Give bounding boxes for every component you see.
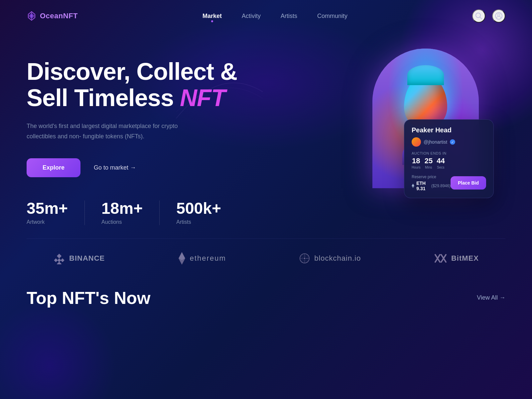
bitmex-label: BitMEX xyxy=(451,254,479,263)
auction-row: Auction Ends In 18 Hours 25 Mins xyxy=(412,151,486,169)
nav-market[interactable]: Market xyxy=(202,13,222,20)
artist-row: @jhonartist ✓ xyxy=(412,137,486,147)
auction-timer: 18 Hours 25 Mins 44 Secs xyxy=(412,157,447,169)
bitmex-icon xyxy=(434,253,447,263)
stat-artists-number: 500k+ xyxy=(176,200,221,216)
hero-stats: 35m+ Artwork 18m+ Auctions 500k+ Artists xyxy=(27,200,326,225)
partner-blockchain[interactable]: blockchain.io xyxy=(299,253,361,264)
svg-rect-14 xyxy=(57,262,62,264)
price-row: ETH 9.31 ($29.8946) xyxy=(412,181,451,191)
partner-bitmex[interactable]: BitMEX xyxy=(434,253,479,263)
stat-auctions: 18m+ Auctions xyxy=(84,200,159,225)
artist-avatar xyxy=(412,137,421,147)
logo-icon xyxy=(27,11,37,21)
timer-section: Auction Ends In 18 Hours 25 Mins xyxy=(412,151,447,169)
logo-text: OceanNFT xyxy=(40,12,78,20)
price-info: Reserve price ETH 9.31 ($29.8946) xyxy=(412,175,451,191)
market-button[interactable]: Go to market → xyxy=(94,164,136,171)
hero-subtitle: The world's first and largest digital ma… xyxy=(27,121,186,141)
hero-section: Discover, Collect & Sell Timeless NFT Th… xyxy=(0,32,532,238)
stat-artists: 500k+ Artists xyxy=(159,200,238,225)
svg-point-7 xyxy=(498,14,500,16)
binance-icon xyxy=(53,252,65,264)
auction-ends-label: Auction Ends In xyxy=(412,151,447,155)
stat-artwork-label: Artwork xyxy=(27,219,68,225)
reserve-price-section: Reserve price ETH 9.31 ($29.8946) Place … xyxy=(412,175,486,191)
stat-artists-label: Artists xyxy=(176,219,221,225)
eth-icon xyxy=(412,184,414,188)
timer-secs: 44 Secs xyxy=(437,157,445,169)
explore-button[interactable]: Explore xyxy=(27,158,80,177)
price-eth: ETH 9.31 xyxy=(416,181,428,191)
search-button[interactable] xyxy=(472,9,485,23)
partners-section: BINANCE ethereum blockchain.io xyxy=(27,238,505,278)
stat-auctions-label: Auctions xyxy=(101,219,143,225)
page-wrapper: OceanNFT Market Activity Artists Communi… xyxy=(0,0,532,399)
partner-binance[interactable]: BINANCE xyxy=(53,252,105,264)
hero-nft-area: Peaker Head @jhonartist ✓ Auction Ends I… xyxy=(346,49,505,188)
timer-hours: 18 Hours xyxy=(412,157,421,169)
blockchain-icon xyxy=(299,253,310,264)
navbar: OceanNFT Market Activity Artists Communi… xyxy=(0,0,532,32)
blockchain-label: blockchain.io xyxy=(314,254,361,263)
binance-label: BINANCE xyxy=(69,254,105,263)
search-icon xyxy=(475,12,482,20)
stat-artwork: 35m+ Artwork xyxy=(27,200,84,225)
ethereum-icon xyxy=(178,252,186,265)
reserve-label: Reserve price xyxy=(412,175,451,179)
view-all-button[interactable]: View All → xyxy=(477,294,505,301)
svg-rect-12 xyxy=(57,258,61,262)
verified-badge: ✓ xyxy=(450,139,455,145)
svg-rect-11 xyxy=(54,258,58,262)
partner-ethereum[interactable]: ethereum xyxy=(178,252,226,265)
hero-buttons: Explore Go to market → xyxy=(27,158,326,177)
ethereum-label: ethereum xyxy=(190,254,226,263)
profile-button[interactable] xyxy=(492,9,505,23)
hero-title: Discover, Collect & Sell Timeless NFT xyxy=(27,59,326,111)
svg-line-5 xyxy=(480,17,482,19)
hero-content: Discover, Collect & Sell Timeless NFT Th… xyxy=(27,49,326,225)
nav-artists[interactable]: Artists xyxy=(281,13,297,20)
nav-activity[interactable]: Activity xyxy=(242,13,261,20)
logo[interactable]: OceanNFT xyxy=(27,11,78,21)
section-title: Top NFT's Now xyxy=(27,288,150,308)
user-icon xyxy=(495,12,503,20)
nft-title: Peaker Head xyxy=(412,126,486,134)
price-usd: ($29.8946) xyxy=(431,184,451,188)
bottom-section: Top NFT's Now View All → xyxy=(0,278,532,315)
nav-community[interactable]: Community xyxy=(317,13,347,20)
place-bid-button[interactable]: Place Bid xyxy=(451,176,486,190)
nft-arch-container: Peaker Head @jhonartist ✓ Auction Ends I… xyxy=(364,49,487,188)
stat-artwork-number: 35m+ xyxy=(27,200,68,216)
svg-rect-10 xyxy=(57,254,62,258)
artist-handle: @jhonartist xyxy=(424,139,447,145)
bid-card: Peaker Head @jhonartist ✓ Auction Ends I… xyxy=(404,119,494,198)
stat-auctions-number: 18m+ xyxy=(101,200,143,216)
nav-links: Market Activity Artists Community xyxy=(202,13,347,20)
nav-actions xyxy=(472,9,505,23)
timer-mins: 25 Mins xyxy=(425,157,433,169)
svg-rect-13 xyxy=(61,258,64,262)
